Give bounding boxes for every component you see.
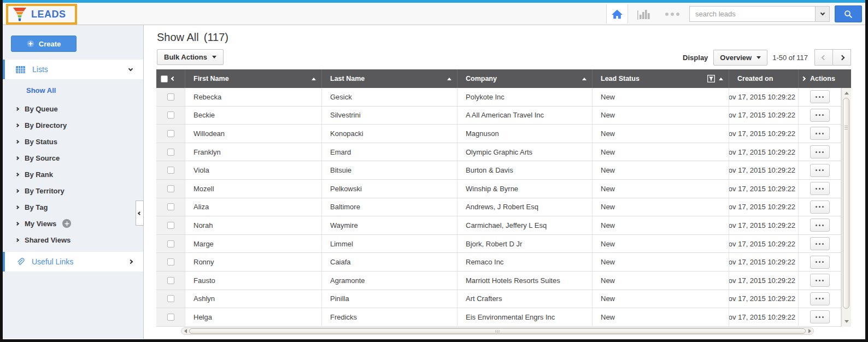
row-checkbox[interactable]	[167, 258, 174, 266]
sidebar-item[interactable]: By Territory	[3, 182, 143, 199]
row-actions-button[interactable]	[810, 127, 830, 140]
next-page-button[interactable]	[832, 49, 851, 66]
column-header-first-name[interactable]: First Name	[185, 69, 322, 88]
row-actions-button[interactable]	[810, 237, 830, 250]
sort-asc-icon[interactable]	[447, 78, 451, 80]
search-input[interactable]	[689, 6, 815, 22]
column-header-lead-status[interactable]: Lead Status	[593, 69, 729, 88]
reports-chart-icon[interactable]	[637, 8, 651, 20]
create-button[interactable]: Create	[11, 36, 77, 52]
display-controls: Display Overview 1-50 of 117	[683, 49, 851, 66]
table-row[interactable]: Beckie Silvestrini A All American Travel…	[156, 107, 841, 125]
row-actions-button[interactable]	[810, 219, 830, 232]
sidebar-item[interactable]: By Status	[3, 133, 143, 150]
top-bar: LEADS	[3, 3, 865, 25]
collapse-columns-icon[interactable]	[171, 76, 175, 81]
scroll-down-button[interactable]	[842, 317, 851, 326]
horizontal-scrollbar[interactable]	[181, 327, 814, 335]
table-row[interactable]: Mozell Pelkowski Winship & Byrne New Nov…	[156, 180, 841, 198]
cell-first-name: Marge	[185, 235, 322, 253]
scroll-left-button[interactable]	[181, 329, 189, 333]
table-row[interactable]: Ashlyn Pinilla Art Crafters New Nov 17, …	[156, 290, 841, 309]
sidebar-item[interactable]: By Directory	[3, 117, 143, 133]
cell-created-on: Nov 17, 2015 10:29:22	[729, 235, 799, 253]
select-all-checkbox[interactable]	[161, 75, 168, 82]
paperclip-icon	[16, 257, 25, 266]
row-actions-button[interactable]	[810, 274, 830, 287]
home-button[interactable]	[606, 4, 628, 23]
pagination-range: 1-50 of 117	[772, 54, 808, 62]
sidebar-link-show-all[interactable]: Show All	[26, 86, 56, 95]
sidebar-item[interactable]: By Tag	[3, 199, 143, 215]
table-row[interactable]: Aliza Baltimore Andrews, J Robert Esq Ne…	[156, 198, 841, 217]
search-scope-dropdown[interactable]	[815, 6, 830, 22]
row-actions-button[interactable]	[810, 201, 830, 214]
row-actions-button[interactable]	[810, 256, 830, 269]
table-row[interactable]: Willodean Konopacki Magnuson New Nov 17,…	[156, 125, 841, 143]
column-header-company[interactable]: Company	[458, 69, 593, 88]
expand-columns-icon[interactable]	[801, 76, 806, 81]
prev-page-button[interactable]	[814, 49, 833, 66]
row-actions-button[interactable]	[810, 109, 830, 122]
row-actions-button[interactable]	[810, 164, 830, 177]
row-checkbox[interactable]	[167, 185, 174, 192]
scroll-right-button[interactable]	[806, 329, 813, 333]
row-checkbox[interactable]	[167, 203, 174, 210]
cell-actions	[799, 272, 841, 290]
horizontal-scroll-thumb[interactable]	[189, 328, 806, 334]
table-row[interactable]: Norah Waymire Carmichael, Jeffery L Esq …	[156, 216, 841, 235]
table-row[interactable]: Franklyn Emard Olympic Graphic Arts New …	[156, 143, 841, 162]
scroll-up-button[interactable]	[842, 89, 851, 97]
sidebar-item[interactable]: By Rank	[3, 166, 143, 182]
row-actions-button[interactable]	[810, 145, 830, 158]
sort-asc-icon[interactable]	[582, 78, 587, 80]
table-row[interactable]: Ronny Caiafa Remaco Inc New Nov 17, 2015…	[156, 253, 841, 272]
chevron-right-icon	[15, 123, 19, 127]
cell-last-name: Pinilla	[322, 290, 458, 308]
vertical-scroll-thumb[interactable]	[843, 98, 849, 309]
sidebar-collapse-handle[interactable]	[136, 201, 144, 226]
row-actions-button[interactable]	[810, 292, 830, 305]
sort-asc-icon[interactable]	[312, 78, 316, 80]
row-actions-button[interactable]	[810, 310, 830, 323]
sort-asc-icon[interactable]	[719, 78, 723, 80]
row-checkbox[interactable]	[167, 167, 174, 174]
row-select-cell	[156, 216, 185, 234]
sidebar-item[interactable]: By Queue	[3, 101, 143, 117]
cell-last-name: Gesick	[322, 88, 458, 106]
filter-icon[interactable]	[707, 75, 715, 82]
row-checkbox[interactable]	[167, 93, 174, 101]
vertical-scrollbar[interactable]	[841, 88, 851, 327]
row-checkbox[interactable]	[167, 111, 174, 119]
row-checkbox[interactable]	[167, 130, 174, 137]
sidebar-item-useful-links[interactable]: Useful Links	[3, 252, 143, 272]
sidebar-item[interactable]: By Source	[3, 150, 143, 166]
row-checkbox[interactable]	[167, 149, 174, 156]
table-row[interactable]: Marge Limmel Bjork, Robert D Jr New Nov …	[156, 235, 841, 253]
add-view-icon[interactable]	[62, 219, 71, 228]
display-dropdown[interactable]: Overview	[713, 50, 767, 66]
column-header-created-on[interactable]: Created on	[729, 69, 799, 88]
more-options-icon[interactable]	[665, 13, 679, 16]
row-actions-button[interactable]	[810, 90, 830, 103]
table-row[interactable]: Rebecka Gesick Polykote Inc New Nov 17, …	[156, 88, 841, 107]
column-header-last-name[interactable]: Last Name	[322, 69, 458, 88]
leads-module-logo[interactable]: LEADS	[6, 4, 77, 25]
table-row[interactable]: Helga Fredicks Eis Environmental Engrs I…	[156, 308, 841, 327]
sidebar-item-lists[interactable]: Lists	[3, 60, 143, 79]
table-row[interactable]: Fausto Agramonte Marriott Hotels Resorts…	[156, 272, 841, 290]
row-actions-button[interactable]	[810, 182, 830, 195]
sidebar-item[interactable]: Shared Views	[3, 232, 143, 248]
sidebar-item[interactable]: My Views	[3, 215, 143, 232]
table-row[interactable]: Viola Bitsuie Burton & Davis New Nov 17,…	[156, 161, 841, 180]
row-checkbox[interactable]	[167, 277, 174, 284]
row-checkbox[interactable]	[167, 295, 174, 302]
row-checkbox[interactable]	[167, 222, 174, 229]
search-button[interactable]	[835, 5, 862, 22]
row-checkbox[interactable]	[167, 240, 174, 247]
bulk-actions-button[interactable]: Bulk Actions	[157, 49, 224, 65]
row-checkbox[interactable]	[167, 314, 174, 321]
cell-last-name: Fredicks	[322, 308, 458, 326]
cell-company: Olympic Graphic Arts	[458, 143, 593, 161]
app-window: LEADS	[0, 0, 868, 342]
